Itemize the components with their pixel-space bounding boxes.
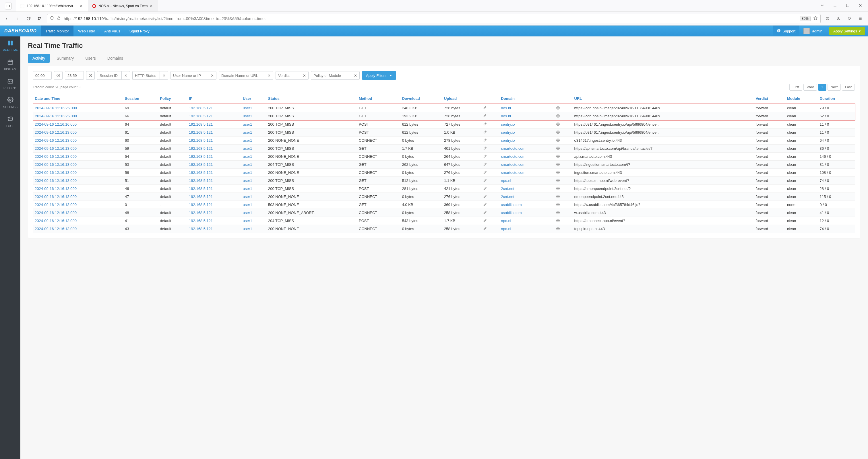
globe-icon[interactable] — [556, 210, 560, 215]
list-all-tabs-icon[interactable] — [820, 3, 825, 9]
edit-icon[interactable] — [483, 219, 487, 223]
cell-datetime[interactable]: 2024-09-16 12:16:13.000 — [33, 129, 123, 136]
globe-icon[interactable] — [556, 219, 560, 223]
pager-prev[interactable]: Prev — [803, 84, 817, 91]
cell-edit-domain[interactable] — [481, 201, 499, 209]
cell-domain[interactable]: nos.nl — [499, 112, 554, 121]
cell-user[interactable]: user1 — [241, 217, 267, 225]
cell-domain[interactable]: 2cnt.net — [499, 185, 554, 193]
cell-globe[interactable] — [554, 225, 572, 233]
cell-edit-domain[interactable] — [481, 161, 499, 169]
cell-datetime[interactable]: 2024-09-16 12:16:13.000 — [33, 193, 123, 201]
column-header[interactable]: Module — [785, 94, 818, 104]
cell-domain[interactable]: smartocto.com — [499, 169, 554, 177]
cell-user[interactable]: user1 — [241, 104, 267, 112]
edit-icon[interactable] — [483, 106, 487, 110]
cell-domain[interactable]: 2cnt.net — [499, 193, 554, 201]
globe-icon[interactable] — [556, 195, 560, 198]
cell-user[interactable]: user1 — [241, 112, 267, 121]
column-header[interactable]: Policy — [158, 94, 187, 104]
cell-datetime[interactable]: 2024-09-16 12:16:13.000 — [33, 209, 123, 217]
tab-activity[interactable]: Activity — [28, 54, 50, 63]
cell-datetime[interactable]: 2024-09-16 12:16:13.000 — [33, 177, 123, 185]
edit-icon[interactable] — [483, 210, 487, 215]
cell-ip[interactable]: 192.168.5.121 — [187, 104, 241, 112]
cell-user[interactable]: user1 — [241, 161, 267, 169]
edit-icon[interactable] — [483, 227, 487, 231]
cell-user[interactable]: user1 — [241, 177, 267, 185]
apply-filters-button[interactable]: Apply Filters ▼ — [362, 71, 396, 80]
cell-edit-domain[interactable] — [481, 169, 499, 177]
cell-edit-domain[interactable] — [481, 185, 499, 193]
globe-icon[interactable] — [556, 162, 560, 166]
cell-user[interactable]: user1 — [241, 225, 267, 233]
cell-edit-domain[interactable] — [481, 225, 499, 233]
edit-icon[interactable] — [483, 170, 487, 174]
cell-edit-domain[interactable] — [481, 120, 499, 129]
cell-domain[interactable]: smartocto.com — [499, 161, 554, 169]
table-row[interactable]: 2024-09-16 12:16:13.0000-192.168.5.121us… — [33, 201, 855, 209]
cell-datetime[interactable]: 2024-09-16 12:16:13.000 — [33, 169, 123, 177]
forward-button[interactable] — [14, 15, 21, 22]
column-header[interactable]: Verdict — [754, 94, 785, 104]
table-row[interactable]: 2024-09-16 12:16:13.00048default192.168.… — [33, 209, 855, 217]
bookmark-star-icon[interactable] — [813, 16, 817, 21]
cell-edit-domain[interactable] — [481, 217, 499, 225]
clear-icon[interactable]: ✕ — [208, 71, 216, 80]
edit-icon[interactable] — [483, 154, 487, 158]
cell-user[interactable]: user1 — [241, 129, 267, 136]
globe-icon[interactable] — [556, 187, 560, 191]
cell-ip[interactable]: 192.168.5.121 — [187, 161, 241, 169]
cell-ip[interactable]: 192.168.5.121 — [187, 209, 241, 217]
column-header[interactable] — [481, 94, 499, 104]
cell-user[interactable]: user1 — [241, 144, 267, 153]
cell-edit-domain[interactable] — [481, 144, 499, 153]
cell-globe[interactable] — [554, 153, 572, 161]
table-row[interactable]: 2024-09-16 12:16:13.00041default192.168.… — [33, 217, 855, 225]
cell-ip[interactable]: 192.168.5.121 — [187, 177, 241, 185]
filter-domain-input[interactable] — [219, 71, 265, 80]
edit-icon[interactable] — [483, 187, 487, 191]
globe-icon[interactable] — [556, 138, 560, 142]
browser-tab-1[interactable]: NOS.nl - Nieuws, Sport en Even ✕ — [88, 0, 158, 11]
hamburger-menu-icon[interactable] — [857, 16, 863, 22]
edit-icon[interactable] — [483, 146, 487, 150]
edit-icon[interactable] — [483, 178, 487, 183]
back-button[interactable] — [3, 15, 10, 22]
cell-datetime[interactable]: 2024-09-16 12:16:13.000 — [33, 153, 123, 161]
cell-user[interactable]: user1 — [241, 169, 267, 177]
cell-user[interactable]: user1 — [241, 185, 267, 193]
lock-icon[interactable] — [57, 16, 61, 21]
column-header[interactable]: Download — [400, 94, 442, 104]
apply-settings-button[interactable]: Apply Settings ▾ — [829, 27, 865, 35]
column-header[interactable]: Session — [123, 94, 158, 104]
shield-icon[interactable] — [50, 16, 54, 21]
filter-session-input[interactable] — [97, 71, 121, 80]
pager-first[interactable]: First — [789, 84, 802, 91]
globe-icon[interactable] — [556, 227, 560, 231]
column-header[interactable]: Upload — [442, 94, 481, 104]
cell-user[interactable]: user1 — [241, 209, 267, 217]
cell-datetime[interactable]: 2024-09-16 12:16:16.000 — [33, 120, 123, 129]
cell-ip[interactable]: 192.168.5.121 — [187, 144, 241, 153]
cell-domain[interactable]: usabilla.com — [499, 209, 554, 217]
table-row[interactable]: 2024-09-16 12:16:25.00069default192.168.… — [33, 104, 855, 112]
column-header[interactable]: IP — [187, 94, 241, 104]
minimize-icon[interactable] — [833, 3, 837, 9]
filter-time-from[interactable]: 00:00 — [33, 71, 52, 80]
cell-ip[interactable]: 192.168.5.121 — [187, 136, 241, 144]
table-row[interactable]: 2024-09-16 12:16:25.00066default192.168.… — [33, 112, 855, 121]
cell-ip[interactable]: 192.168.5.121 — [187, 112, 241, 121]
cell-globe[interactable] — [554, 112, 572, 121]
cell-domain[interactable]: smartocto.com — [499, 144, 554, 153]
table-row[interactable]: 2024-09-16 12:16:13.00051default192.168.… — [33, 177, 855, 185]
cell-domain[interactable]: sentry.io — [499, 129, 554, 136]
cell-ip[interactable]: 192.168.5.121 — [187, 201, 241, 209]
table-row[interactable]: 2024-09-16 12:16:13.00056default192.168.… — [33, 169, 855, 177]
pager-last[interactable]: Last — [842, 84, 855, 91]
header-nav-web-filter[interactable]: Web Filter — [73, 26, 100, 36]
globe-icon[interactable] — [556, 130, 560, 134]
cell-datetime[interactable]: 2024-09-16 12:16:13.000 — [33, 201, 123, 209]
cell-user[interactable]: user1 — [241, 136, 267, 144]
header-nav-anti-virus[interactable]: Anti Virus — [100, 26, 125, 36]
